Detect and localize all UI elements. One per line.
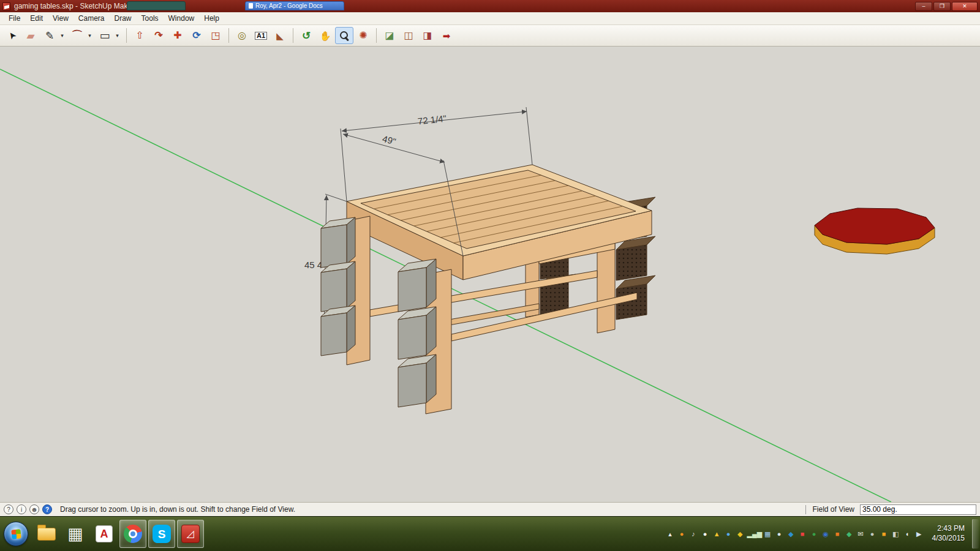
rotate-tool[interactable]: ⟳: [187, 27, 206, 44]
push-pull-tool[interactable]: ⇧: [130, 27, 149, 44]
tray-icon[interactable]: ▦: [763, 531, 772, 538]
dimension-height-label: 45 4: [304, 260, 322, 270]
tray-icon[interactable]: ●: [677, 531, 687, 538]
toolbar: ➤ ▰ ✎ ▾ ⌒ ▾ ▭ ▾ ⇧ ↷ ✚: [0, 25, 980, 47]
background-docs-tab[interactable]: Roy, Apr2 - Google Docs: [245, 1, 344, 10]
menu-window[interactable]: Window: [164, 13, 200, 24]
tray-icon[interactable]: ■: [833, 531, 842, 538]
zoom-tool[interactable]: [335, 27, 353, 44]
tray-icon[interactable]: ✉: [856, 531, 865, 538]
background-window-fragment[interactable]: [127, 1, 186, 10]
tape-measure-tool[interactable]: ◎: [233, 27, 251, 44]
fov-label: Field of View: [813, 505, 854, 514]
select-tool[interactable]: ➤: [2, 27, 21, 44]
text-tool[interactable]: A1: [252, 27, 270, 44]
shape-style-dropdown[interactable]: ▾: [113, 27, 121, 44]
tray-icon[interactable]: ■: [798, 531, 807, 538]
dimension-length-label: 72 1/4": [417, 113, 447, 127]
tray-icon[interactable]: ▲: [712, 531, 722, 538]
octagon-table-top[interactable]: [815, 208, 935, 254]
start-button[interactable]: [1, 519, 31, 549]
pan-tool[interactable]: ✋: [316, 27, 334, 44]
orbit-tool[interactable]: ↺: [297, 27, 315, 44]
taskbar: ▦ A S ◿ ▴●♪●▲●◆▂▄▆▦●◆■●◉■◆✉●■◧◖▶ 2:43 PM…: [0, 516, 980, 551]
move-tool[interactable]: ✚: [168, 27, 187, 44]
menu-draw[interactable]: Draw: [110, 13, 137, 24]
tray-icon[interactable]: ♪: [689, 531, 698, 538]
toolbar-separator[interactable]: [293, 28, 293, 43]
titlebar[interactable]: gaming tables.skp - SketchUp Make Roy, A…: [0, 0, 980, 12]
close-button[interactable]: ✕: [952, 2, 978, 11]
zoom-extents-tool[interactable]: ✺: [354, 27, 372, 44]
tray-icon[interactable]: ●: [868, 531, 877, 538]
tray-icon[interactable]: ◆: [786, 531, 796, 538]
table-leg-left[interactable]: [321, 216, 370, 365]
menu-edit[interactable]: Edit: [25, 13, 48, 24]
line-style-dropdown[interactable]: ▾: [58, 27, 66, 44]
menu-help[interactable]: Help: [199, 13, 224, 24]
toolbar-separator[interactable]: [376, 28, 377, 43]
windows-flag-icon: [11, 529, 21, 539]
tray-icon[interactable]: ◆: [845, 531, 854, 538]
chrome-icon[interactable]: [119, 520, 146, 548]
clock-date: 4/30/2015: [932, 534, 965, 542]
fov-input[interactable]: [860, 504, 976, 515]
toolbar-separator[interactable]: [228, 28, 229, 43]
arc-tool[interactable]: ⌒: [68, 27, 86, 44]
follow-me-tool[interactable]: ↷: [149, 27, 168, 44]
tray-overflow-icon[interactable]: ▴: [666, 531, 675, 538]
modeling-canvas[interactable]: 45 4: [0, 47, 980, 502]
model-info-icon[interactable]: ?: [4, 504, 13, 514]
section-cuts-tool[interactable]: ◨: [418, 27, 437, 44]
eraser-tool[interactable]: ▰: [21, 27, 40, 44]
sketchup-logo-icon: [2, 2, 10, 10]
tray-icon[interactable]: ▶: [914, 531, 924, 538]
system-tray: ▴●♪●▲●◆▂▄▆▦●◆■●◉■◆✉●■◧◖▶: [666, 531, 926, 538]
tray-icon[interactable]: ◖: [903, 531, 912, 538]
help-icon[interactable]: ?: [42, 504, 52, 514]
skype-icon[interactable]: S: [148, 520, 175, 548]
window-controls: – ❐ ✕: [915, 2, 978, 11]
tray-icon[interactable]: ▂▄▆: [747, 531, 761, 538]
credits-icon[interactable]: i: [17, 504, 26, 514]
explorer-icon[interactable]: [33, 520, 60, 548]
statusbar-divider: [805, 505, 806, 514]
tray-icon[interactable]: ◆: [736, 531, 745, 538]
gaming-table-model[interactable]: 45 4: [304, 165, 655, 414]
tray-icon[interactable]: ■: [880, 531, 889, 538]
scale-tool[interactable]: ◳: [206, 27, 225, 44]
shape-tool[interactable]: ▭: [96, 27, 114, 44]
tray-icon[interactable]: ◉: [821, 531, 831, 538]
minimize-button[interactable]: –: [915, 2, 932, 11]
dimension-width-label: 49": [382, 133, 398, 147]
tray-icon[interactable]: ◧: [891, 531, 900, 538]
tray-icon[interactable]: ●: [724, 531, 733, 538]
tray-icon[interactable]: ●: [775, 531, 784, 538]
export-model-tool[interactable]: ➡: [437, 27, 456, 44]
menu-file[interactable]: File: [4, 13, 25, 24]
app-grid-icon[interactable]: ▦: [62, 520, 89, 548]
paint-bucket-tool[interactable]: ◣: [271, 27, 289, 44]
status-hint: Drag cursor to zoom. Up is in, down is o…: [60, 505, 295, 514]
section-plane-tool[interactable]: ◪: [380, 27, 399, 44]
maximize-button[interactable]: ❐: [933, 2, 951, 11]
menu-camera[interactable]: Camera: [74, 13, 110, 24]
menu-view[interactable]: View: [48, 13, 74, 24]
windows-orb-icon: [4, 522, 28, 546]
section-display-tool[interactable]: ◫: [399, 27, 418, 44]
line-tool[interactable]: ✎: [40, 27, 59, 44]
sketchup-icon[interactable]: ◿: [177, 520, 204, 548]
sketchup-window: gaming tables.skp - SketchUp Make Roy, A…: [0, 0, 980, 551]
adobe-reader-icon[interactable]: A: [91, 520, 118, 548]
table-leg-front[interactable]: [398, 259, 451, 414]
show-desktop-button[interactable]: [972, 519, 979, 549]
arc-style-dropdown[interactable]: ▾: [86, 27, 94, 44]
menu-tools[interactable]: Tools: [137, 13, 164, 24]
tray-icon[interactable]: ●: [810, 531, 819, 538]
tray-icon[interactable]: ●: [701, 531, 710, 538]
sign-in-icon[interactable]: ☻: [29, 504, 39, 514]
taskbar-clock[interactable]: 2:43 PM 4/30/2015: [932, 524, 965, 543]
menubar: FileEditViewCameraDrawToolsWindowHelp: [0, 12, 980, 25]
clock-time: 2:43 PM: [937, 524, 965, 533]
toolbar-separator[interactable]: [126, 28, 127, 43]
